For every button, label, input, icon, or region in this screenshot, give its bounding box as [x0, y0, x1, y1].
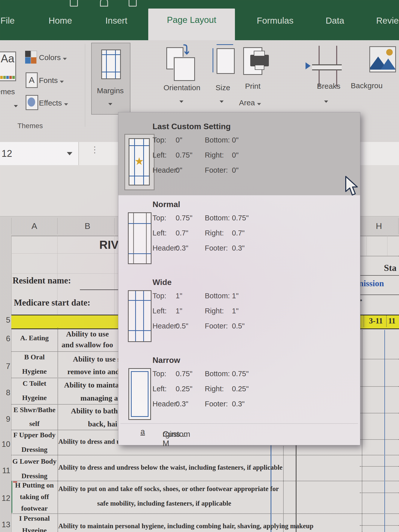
option-title: Last Custom Setting [153, 122, 231, 131]
adl-desc-cell[interactable]: Ability to use su [73, 355, 125, 363]
themes-chevron-icon[interactable] [14, 105, 18, 107]
tab-insert[interactable]: Insert [100, 12, 133, 30]
selection-border [12, 481, 12, 513]
tab-review[interactable]: Revie [370, 12, 399, 30]
tab-home[interactable]: Home [43, 12, 78, 30]
background-button[interactable]: Backgrou [351, 81, 399, 90]
medicare-date-label[interactable]: Medicare start date: [14, 298, 90, 308]
column-header-a[interactable]: A [11, 216, 57, 236]
adl-desc-cell[interactable]: remove into and [67, 367, 120, 376]
right-fragment-sta[interactable]: Sta [384, 263, 396, 273]
option-title: Normal [153, 200, 180, 209]
adl-item-cell[interactable]: footwear [11, 504, 58, 512]
effects-button[interactable]: Effects [39, 99, 74, 107]
adl-desc-cell[interactable]: Ability to maintain [64, 381, 125, 389]
row-header-6[interactable]: 6 [0, 334, 10, 345]
resident-name-label[interactable]: Resident name: [13, 276, 71, 286]
adl-item-cell[interactable]: Hygiene [11, 367, 58, 375]
row-header-7[interactable]: 7 [0, 362, 10, 373]
adl-item-cell[interactable]: Dressing [11, 446, 58, 454]
adl-desc-cell[interactable]: back, hai [88, 420, 117, 428]
row-header-12[interactable]: 12 [0, 494, 10, 505]
orientation-icon-front [174, 57, 195, 81]
breaks-arrow-icon [306, 62, 311, 69]
comment-mark-icon [13, 481, 17, 482]
adl-desc-cell[interactable]: managing an [80, 394, 122, 402]
undo-icon[interactable] [100, 0, 108, 7]
adl-desc-cell[interactable]: Ability to dress and undress below the w… [58, 464, 270, 471]
option-title: Narrow [153, 356, 180, 365]
adl-item-cell[interactable]: A. Eating [11, 334, 58, 342]
adl-item-cell[interactable]: E Shwr/Bathe [11, 406, 58, 414]
tab-page-layout[interactable]: Page Layout [148, 9, 235, 40]
margin-preview-icon [128, 212, 152, 264]
margins-option-normal[interactable]: NormalTop:0.75"Bottom:0.75"Left:0.7"Righ… [118, 200, 360, 278]
yellow-cell-3[interactable]: 11 [388, 316, 395, 325]
name-box[interactable]: 12 [0, 142, 79, 165]
margins-icon [101, 50, 121, 79]
adl-item-cell[interactable]: B Oral [11, 353, 58, 361]
redo-icon[interactable] [129, 0, 137, 7]
adl-desc-cell[interactable]: safe mobility, including fasteners, if a… [58, 500, 270, 507]
custom-margins-item[interactable]: Custom Margins... [118, 424, 360, 440]
themes-icon[interactable]: Aa [0, 52, 16, 81]
fonts-button[interactable]: Fonts [39, 76, 69, 85]
adl-desc-cell[interactable]: Ability to put on and take off socks, sh… [58, 485, 270, 493]
print-area-button-line2[interactable]: Area [234, 99, 266, 107]
save-icon[interactable] [70, 0, 78, 7]
adl-desc-cell[interactable]: Ability to maintain personal hygiene, in… [58, 522, 270, 530]
margins-button[interactable]: Margins [91, 43, 130, 115]
name-box-value: 12 [2, 142, 12, 165]
adl-item-cell[interactable]: Dressing [11, 472, 58, 480]
adl-item-cell[interactable]: self [11, 420, 58, 428]
effects-icon [26, 95, 38, 110]
orientation-button[interactable]: Orientation [157, 83, 207, 92]
breaks-icon-bar [312, 64, 342, 70]
themes-aa-glyph: Aa [1, 52, 14, 65]
breaks-button[interactable]: Breaks [311, 82, 346, 90]
adl-item-cell[interactable]: Hygeine [11, 526, 58, 532]
adl-item-cell[interactable]: C Toilet [11, 379, 58, 388]
row-header-8[interactable]: 8 [0, 388, 10, 399]
adl-item-cell[interactable]: taking off [11, 493, 58, 501]
group-separator [85, 44, 85, 127]
tab-data[interactable]: Data [321, 12, 349, 30]
adl-desc-cell[interactable]: Ability to use [66, 330, 109, 338]
adl-item-cell[interactable]: I Personal [11, 514, 58, 522]
background-icon [369, 46, 396, 72]
colors-icon [25, 51, 37, 64]
title-bar: File Home Insert Page Layout Formulas Da… [0, 0, 399, 40]
size-chevron-icon [220, 101, 224, 103]
themes-button-label[interactable]: emes [0, 87, 24, 96]
adl-item-cell[interactable]: H Putting on [11, 481, 58, 489]
breaks-icon-l2 [336, 46, 337, 66]
size-vruler-icon [213, 48, 213, 72]
tab-formulas[interactable]: Formulas [251, 12, 299, 30]
yellow-cell-2[interactable]: 3-11 [366, 316, 385, 325]
sheet-title[interactable]: RIV [75, 238, 119, 252]
margins-option-narrow[interactable]: NarrowTop:0.75"Bottom:0.75"Left:0.25"Rig… [118, 356, 360, 433]
row-header-11[interactable]: 11 [0, 466, 10, 477]
row-header-10[interactable]: 10 [0, 440, 10, 451]
margins-option-wide[interactable]: WideTop:1"Bottom:1"Left:1"Right:1"Header… [118, 278, 360, 356]
adl-item-cell[interactable]: F Upper Body [11, 431, 58, 439]
margin-preview-icon [128, 368, 151, 420]
column-header-h[interactable]: H [360, 216, 398, 236]
adl-item-cell[interactable]: Hygeine [11, 394, 58, 402]
right-fragment-mission[interactable]: nission [359, 279, 384, 288]
adl-desc-cell[interactable]: Ability to bath [71, 407, 118, 415]
size-button[interactable]: Size [209, 83, 237, 92]
adl-item-cell[interactable]: G Lower Body [11, 457, 58, 465]
column-header-b[interactable]: B [57, 216, 118, 236]
row-header-9[interactable]: 9 [0, 415, 10, 426]
colors-button[interactable]: Colors [39, 53, 72, 62]
row-header-13[interactable]: 13 [0, 520, 10, 531]
tab-file[interactable]: File [0, 12, 19, 30]
row-header-5[interactable]: 5 [0, 316, 10, 327]
name-box-dropdown-icon[interactable] [67, 152, 72, 155]
margins-option-last-custom-setting[interactable]: ★Last Custom SettingTop:0"Bottom:0"Left:… [118, 122, 360, 200]
print-area-button[interactable]: Print [238, 82, 268, 90]
margin-preview-icon: ★ [124, 134, 155, 190]
breaks-chevron-icon [324, 101, 328, 103]
adl-desc-cell[interactable]: and swallow foo [62, 341, 113, 349]
